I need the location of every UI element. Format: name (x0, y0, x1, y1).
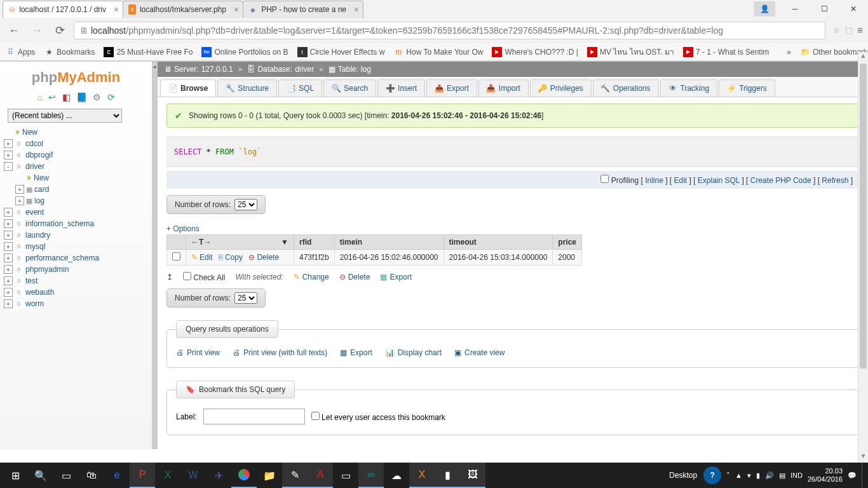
options-toggle[interactable]: + Options (166, 224, 200, 233)
taskbar-app[interactable]: ✎ (282, 463, 308, 488)
tree-database-item[interactable]: +⎘cdcol (4, 138, 148, 149)
scroll-up-icon[interactable]: ▲ (858, 52, 868, 62)
bookmark-item[interactable]: ★Bookmarks (44, 47, 95, 57)
delete-row-button[interactable]: ⊖Delete (248, 253, 279, 262)
logout-icon[interactable]: ↩ (48, 92, 56, 102)
tray-icon[interactable]: ▲ (735, 471, 742, 479)
taskbar-app[interactable]: X (409, 463, 435, 488)
close-button[interactable]: ✕ (839, 0, 868, 18)
explain-link[interactable]: Explain SQL (698, 176, 740, 185)
tab-insert[interactable]: ➕Insert (377, 79, 425, 97)
scroll-down-icon[interactable]: ▼ (858, 452, 868, 463)
bookmark-public-checkbox[interactable] (311, 412, 320, 420)
tab-browse[interactable]: 📄Browse (160, 79, 216, 97)
taskbar-app[interactable]: P (130, 463, 155, 488)
minimize-button[interactable]: ─ (780, 0, 810, 18)
battery-icon[interactable]: ▮ (756, 471, 760, 480)
print-view-full-link[interactable]: 🖨Print view (with full texts) (233, 348, 327, 357)
tab-search[interactable]: 🔍Search (323, 79, 376, 97)
tree-link-icon[interactable]: ⎘ (15, 151, 24, 159)
bookmark-item[interactable]: mHow To Make Your Ow (393, 47, 483, 57)
sidebar-collapse-handle[interactable] (153, 62, 158, 449)
reload-icon[interactable]: ⟳ (107, 92, 115, 102)
forward-button[interactable]: → (28, 22, 46, 39)
delete-button[interactable]: ⊖Delete (339, 273, 370, 281)
column-header[interactable]: price (553, 235, 582, 250)
close-icon[interactable]: × (234, 4, 239, 15)
browser-tab[interactable]: X localhost/Imka/server.php × (123, 1, 243, 18)
bookmark-public-label[interactable]: Let every user access this bookmark (311, 412, 445, 422)
tree-toggle-icon[interactable]: + (4, 139, 13, 148)
display-chart-link[interactable]: 📊Display chart (385, 348, 442, 357)
inline-link[interactable]: Inline (645, 176, 663, 185)
tree-table-item[interactable]: +▦log (4, 195, 148, 207)
bookmark-item[interactable]: ▶7 - 1 - What is Sentim (683, 47, 769, 57)
close-icon[interactable]: × (354, 4, 359, 15)
breadcrumb-database[interactable]: driver (295, 65, 314, 74)
change-button[interactable]: ✎Change (294, 273, 329, 281)
clock[interactable]: 20.03 26/04/2016 (808, 467, 843, 484)
tree-toggle-icon[interactable]: - (4, 162, 13, 171)
tree-link-icon[interactable]: ⎘ (15, 276, 24, 285)
profile-button[interactable]: 👤 (754, 1, 775, 17)
breadcrumb-table[interactable]: log (361, 65, 371, 74)
tree-table-item[interactable]: +▦card (4, 184, 148, 195)
browser-tab-active[interactable]: ⛁ localhost / 127.0.0.1 / driv × (3, 1, 123, 18)
taskbar-app[interactable]: W (180, 463, 206, 488)
home-icon[interactable]: ⌂ (37, 92, 42, 102)
tree-link-icon[interactable]: ⎘ (15, 219, 24, 228)
language-indicator[interactable]: IND (790, 471, 803, 479)
tree-toggle-icon[interactable]: + (4, 276, 13, 285)
copy-row-button[interactable]: ⎘Copy (219, 253, 243, 262)
close-icon[interactable]: × (114, 4, 119, 15)
taskbar-chrome[interactable] (231, 463, 257, 488)
check-all-label[interactable]: Check All (183, 272, 225, 282)
create-php-link[interactable]: Create PHP Code (750, 176, 811, 185)
tab-operations[interactable]: 🔨Operations (593, 79, 659, 97)
search-button[interactable]: 🔍 (28, 463, 53, 488)
tab-import[interactable]: 📥Import (478, 79, 529, 97)
tree-link-icon[interactable]: ⎘ (15, 265, 24, 274)
tree-toggle-icon[interactable]: + (15, 185, 24, 194)
taskbar-app[interactable]: 📁 (257, 463, 282, 488)
tree-database-item[interactable]: +⎘worm (4, 298, 148, 309)
taskbar-app[interactable]: 🛍 (79, 463, 104, 488)
sort-header[interactable]: ←T→ ▼ (186, 235, 294, 250)
export-button[interactable]: ▦Export (380, 273, 412, 281)
tree-new-item[interactable]: ✳New (4, 126, 148, 138)
task-view-button[interactable]: ▭ (53, 463, 79, 488)
taskbar-app[interactable]: ∞ (358, 463, 384, 488)
tree-database-item[interactable]: +⎘dbprogif (4, 149, 148, 161)
taskbar-app[interactable]: ▭ (333, 463, 358, 488)
tree-toggle-icon[interactable]: + (4, 208, 13, 217)
tree-toggle-icon[interactable]: + (4, 299, 13, 308)
vertical-scrollbar[interactable]: ▲ ▼ (858, 52, 868, 463)
rows-select[interactable]: 25 (234, 199, 257, 210)
tray-icon[interactable]: ▾ (747, 471, 751, 480)
show-desktop-button[interactable] (862, 463, 865, 488)
tab-sql[interactable]: 📑SQL (278, 79, 322, 97)
tree-database-item[interactable]: +⎘mysql (4, 241, 148, 252)
column-header[interactable]: rfid (294, 235, 335, 250)
bookmark-label-input[interactable] (203, 409, 305, 424)
help-icon[interactable]: ? (703, 466, 721, 484)
security-icon[interactable]: ⬚ (845, 26, 852, 35)
tree-database-item[interactable]: +⎘information_schema (4, 218, 148, 229)
tree-database-item[interactable]: -⎘driver (4, 161, 148, 172)
action-center-icon[interactable]: 💬 (848, 471, 857, 480)
network-icon[interactable]: ▤ (779, 471, 785, 480)
tab-structure[interactable]: 🔧Structure (217, 79, 277, 97)
create-view-link[interactable]: ▣Create view (454, 348, 505, 357)
bookmarks-overflow[interactable]: » (787, 48, 791, 57)
volume-icon[interactable]: 🔊 (765, 471, 774, 480)
export-link[interactable]: ▦Export (340, 348, 372, 357)
tree-link-icon[interactable]: ⎘ (15, 231, 24, 240)
system-tray[interactable]: ˄ ▲ ▾ ▮ 🔊 ▤ IND 20.03 26/04/2016 💬 (726, 467, 862, 484)
tab-export[interactable]: 📤Export (426, 79, 477, 97)
taskbar-app[interactable]: ▮ (435, 463, 460, 488)
reload-button[interactable]: ⟳ (51, 22, 69, 39)
tree-link-icon[interactable]: ⎘ (15, 208, 24, 217)
tree-link-icon[interactable]: ⎘ (15, 288, 24, 297)
bookmark-item[interactable]: ▶MV ไหน ไหน OST. มา (587, 46, 674, 58)
bookmark-item[interactable]: E25 Must-Have Free Fo (104, 47, 193, 57)
